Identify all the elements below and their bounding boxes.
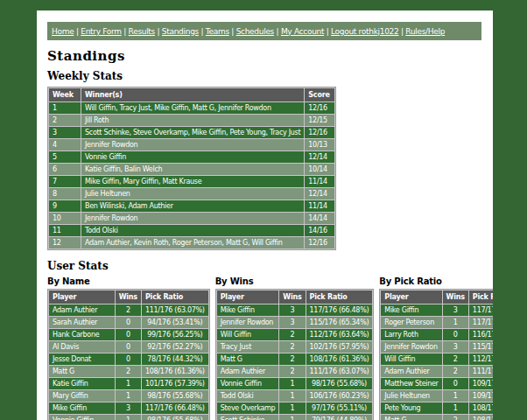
user-row-wins: 1 (116, 378, 141, 389)
nav-separator: | (324, 27, 331, 36)
user-by-wins-col-header: Wins (279, 290, 305, 304)
user-row-player: Pete Young (381, 402, 441, 414)
user-row-wins: 2 (279, 341, 305, 353)
user-row: Matt G2108/176 (61.36%) (217, 354, 373, 365)
user-table-body-by-wins: Mike Giffin3117/176 (66.48%)Jennifer Row… (217, 304, 373, 420)
weekly-row: 12Adam Authier, Kevin Roth, Roger Peters… (49, 237, 334, 248)
user-row-ratio: 111/176 (63.07%) (142, 304, 208, 316)
weekly-row-score: 10/14 (305, 164, 334, 175)
user-row-ratio: 108/176 (61.36%) (469, 415, 493, 420)
user-row-player: Jennifer Rowdon (381, 341, 441, 353)
weekly-row-winners: Todd Olski (81, 225, 304, 236)
user-row-player: Katie Giffin (49, 378, 115, 389)
weekly-row-score: 14/14 (305, 213, 334, 224)
content-area: Home | Entry Form | Results | Standings … (37, 10, 493, 420)
user-row-player: Tracy Just (217, 341, 279, 353)
nav-link-rules-help[interactable]: Rules/Help (405, 27, 445, 36)
nav-separator: | (74, 27, 81, 36)
user-table-by-name: By NamePlayerWinsPick RatioAdam Authier2… (47, 276, 210, 420)
user-table-head-by-wins: PlayerWinsPick Ratio (217, 290, 373, 304)
user-row: Roger Peterson1117/176 (66.48%) (381, 317, 493, 328)
user-row: Julie Heltunen1109/176 (61.93%) (381, 390, 493, 402)
user-row-player: Scott Schinke (217, 415, 279, 420)
user-table-label-by-wins: By Wins (215, 276, 375, 286)
nav-link-home[interactable]: Home (52, 27, 74, 36)
user-stats-tables: By NamePlayerWinsPick RatioAdam Authier2… (47, 276, 493, 420)
weekly-row-week: 10 (49, 213, 81, 224)
user-row-ratio: 106/176 (60.23%) (306, 390, 373, 402)
user-row-ratio: 108/176 (61.36%) (469, 402, 493, 414)
user-row-ratio: 92/176 (52.27%) (142, 341, 208, 353)
weekly-row-week: 5 (49, 151, 81, 163)
user-stats-table-by-wins: PlayerWinsPick RatioMike Giffin3117/176 … (215, 289, 375, 420)
nav-separator: | (199, 27, 206, 36)
user-row-ratio: 117/176 (66.48%) (469, 317, 493, 328)
weekly-col-header: Score (305, 88, 334, 102)
user-by-name-col-header: Wins (116, 290, 141, 304)
user-row: Scott Schinke179/176 (44.89%) (217, 415, 373, 420)
weekly-row: 3Scott Schinke, Steve Overkamp, Mike Gif… (49, 127, 334, 138)
weekly-row: 7Mike Giffin, Mary Giffin, Matt Krause11… (49, 176, 334, 187)
weekly-row-winners: Vonnie Giffin (81, 151, 304, 163)
user-row-wins: 0 (116, 317, 141, 328)
nav-link-my-account[interactable]: My Account (281, 27, 324, 36)
nav-link-entry-form[interactable]: Entry Form (81, 27, 121, 36)
weekly-row-week: 8 (49, 188, 81, 200)
weekly-stats-table: WeekWinner(s)Score 1Will Giffin, Tracy J… (47, 87, 336, 250)
nav-link-standings[interactable]: Standings (162, 27, 199, 36)
user-row-player: Mike Giffin (49, 402, 115, 414)
user-row-player: Todd Olski (217, 390, 279, 402)
weekly-row-week: 12 (49, 237, 81, 248)
user-row-ratio: 112/176 (63.64%) (469, 354, 493, 365)
nav-link-logout[interactable]: Logout rothkj1022 (331, 27, 398, 36)
user-row-wins: 0 (443, 329, 468, 340)
user-row-ratio: 102/176 (57.95%) (306, 341, 373, 353)
user-stats-table-by-pick-ratio: PlayerWinsPick RatioMike Giffin3117/176 … (379, 289, 493, 420)
user-row: Al Davis092/176 (52.27%) (49, 341, 208, 353)
user-row: Mike Giffin3117/176 (66.48%) (217, 304, 373, 316)
user-row-ratio: 79/176 (44.89%) (306, 415, 373, 420)
user-row-wins: 1 (116, 390, 141, 402)
weekly-row-score: 12/16 (305, 237, 334, 248)
user-row-wins: 1 (443, 402, 468, 414)
nav-link-results[interactable]: Results (129, 27, 155, 36)
user-table-head-by-pick-ratio: PlayerWinsPick Ratio (381, 290, 493, 304)
user-row-wins: 1 (279, 415, 305, 420)
user-row-player: Al Davis (49, 341, 115, 353)
nav-separator: | (155, 27, 162, 36)
weekly-row-week: 4 (49, 139, 81, 150)
user-row: Sarah Authier094/176 (53.41%) (49, 317, 208, 328)
weekly-row-winners: Jennifer Rowdon (81, 139, 304, 150)
weekly-row: 6Katie Giffin, Balin Welch10/14 (49, 164, 334, 175)
user-row-ratio: 108/176 (61.36%) (306, 354, 373, 365)
user-row-ratio: 109/176 (61.93%) (469, 390, 493, 402)
user-row: Adam Authier2111/176 (63.07%) (217, 366, 373, 377)
weekly-row-score: 12/16 (305, 102, 334, 114)
user-table-by-pick-ratio: By Pick RatioPlayerWinsPick RatioMike Gi… (379, 276, 493, 420)
user-row-wins: 1 (279, 390, 305, 402)
user-row-ratio: 94/176 (53.41%) (142, 317, 208, 328)
user-row-ratio: 109/176 (61.93%) (469, 378, 493, 389)
user-table-body-by-name: Adam Authier2111/176 (63.07%)Sarah Authi… (49, 304, 208, 420)
user-row-ratio: 116/176 (65.91%) (469, 329, 493, 340)
user-row: Mike Giffin3117/176 (66.48%) (381, 304, 493, 316)
user-row-wins: 3 (443, 341, 468, 353)
weekly-row-winners: Ben Wilinski, Adam Authier (81, 200, 304, 212)
user-row: Pete Young1108/176 (61.36%) (381, 402, 493, 414)
weekly-header-row: WeekWinner(s)Score (49, 88, 334, 102)
user-by-wins-col-header: Player (217, 290, 279, 304)
user-row: Hank Carbone099/176 (56.25%) (49, 329, 208, 340)
user-by-name-col-header: Pick Ratio (142, 290, 208, 304)
user-row: Tracy Just2102/176 (57.95%) (217, 341, 373, 353)
user-row-player: Larry Roth (381, 329, 441, 340)
user-row: Will Giffin2112/176 (63.64%) (217, 329, 373, 340)
weekly-row-score: 12/14 (305, 151, 334, 163)
user-row: Jesse Donat078/176 (44.32%) (49, 354, 208, 365)
user-row: Will Giffin2112/176 (63.64%) (381, 354, 493, 365)
nav-bar: Home | Entry Form | Results | Standings … (47, 22, 481, 40)
nav-link-schedules[interactable]: Schedules (236, 27, 274, 36)
user-by-name-col-header: Player (49, 290, 115, 304)
nav-link-teams[interactable]: Teams (206, 27, 229, 36)
user-row-ratio: 117/176 (66.48%) (306, 304, 373, 316)
user-row-player: Jesse Donat (49, 354, 115, 365)
